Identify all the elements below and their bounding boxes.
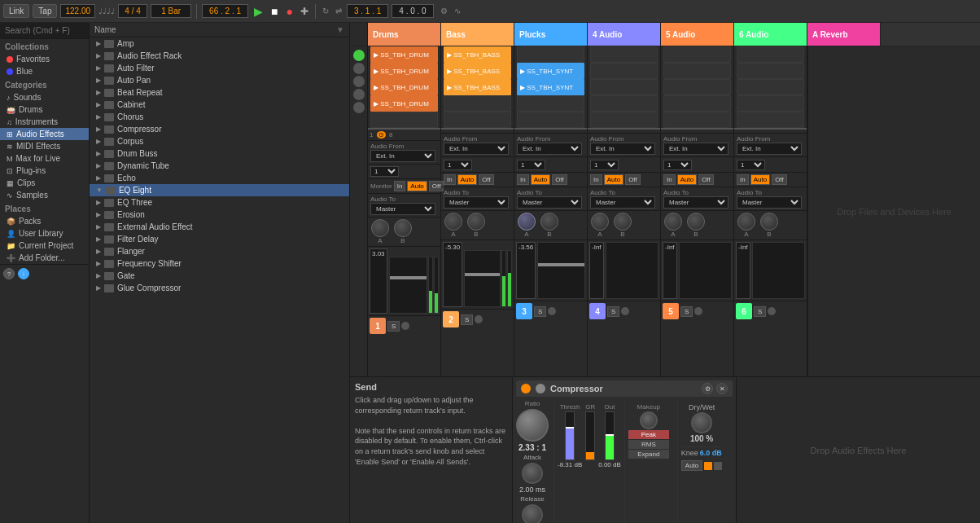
- expand-btn[interactable]: Expand: [628, 450, 669, 459]
- sa6-knob[interactable]: [737, 213, 755, 231]
- track-header-4audio[interactable]: 4 Audio: [588, 23, 661, 46]
- sb5-knob[interactable]: [687, 213, 705, 231]
- arm-btn[interactable]: [401, 322, 409, 330]
- scene-launch-5[interactable]: [353, 102, 365, 113]
- drywet-knob[interactable]: [691, 412, 712, 433]
- track-num-btn-4[interactable]: 4: [589, 303, 606, 319]
- play-button[interactable]: ▶: [252, 5, 265, 18]
- sidebar-item-midi-effects[interactable]: ≋ MIDI Effects: [0, 140, 89, 152]
- browser-item[interactable]: ▶ External Audio Effect: [90, 221, 349, 233]
- mon-off-4[interactable]: Off: [625, 174, 641, 185]
- empty-clip[interactable]: [517, 95, 584, 112]
- bpm-display[interactable]: 122.00: [60, 4, 95, 18]
- monitor-in-btn[interactable]: In: [394, 181, 406, 191]
- arm-5[interactable]: [694, 307, 702, 315]
- sidebar-item-samples[interactable]: ∿ Samples: [0, 189, 89, 201]
- clip-bass-3[interactable]: ▶ SS_TBH_BASS: [444, 79, 511, 95]
- fader5[interactable]: [679, 242, 732, 299]
- send-a-bass-knob[interactable]: [444, 213, 462, 231]
- track-num-btn-3[interactable]: 3: [516, 303, 532, 319]
- monitor-off-bass[interactable]: Off: [479, 174, 494, 185]
- clip-drums-3[interactable]: ▶ SS_TBH_DRUM: [370, 79, 438, 95]
- browser-item[interactable]: ▶ Audio Effect Rack: [90, 50, 349, 62]
- browser-item[interactable]: ▶ Compressor: [90, 123, 349, 135]
- mon-in-4[interactable]: In: [590, 174, 602, 185]
- ec5-1[interactable]: [663, 46, 731, 63]
- browser-item[interactable]: ▶ Auto Filter: [90, 62, 349, 74]
- empty-clip[interactable]: [517, 112, 584, 128]
- ch6-sel[interactable]: 1: [737, 160, 765, 170]
- fader4[interactable]: [606, 242, 658, 299]
- solo-6[interactable]: S: [754, 306, 766, 317]
- mon-auto-4[interactable]: Auto: [604, 174, 623, 185]
- browser-item[interactable]: ▶ Dynamic Tube: [90, 160, 349, 172]
- browser-item[interactable]: ▶ Chorus: [90, 111, 349, 123]
- empty-clip[interactable]: [444, 112, 511, 128]
- track-num-btn-2[interactable]: 2: [443, 311, 459, 327]
- ch5-sel[interactable]: 1: [663, 160, 692, 170]
- search-input[interactable]: [0, 23, 89, 39]
- ec5-4[interactable]: [663, 95, 731, 112]
- sidebar-item-sounds[interactable]: ♪ Sounds: [0, 91, 89, 103]
- mon-auto-6[interactable]: Auto: [750, 174, 770, 185]
- track-num-btn-5[interactable]: 5: [663, 303, 679, 319]
- scene-launch-4[interactable]: [353, 89, 365, 100]
- channel-select-input[interactable]: 1: [370, 166, 399, 177]
- clip-drums-2[interactable]: ▶ SS_TBH_DRUM: [370, 63, 438, 79]
- sb6-knob[interactable]: [760, 213, 778, 231]
- peak-btn[interactable]: Peak: [628, 430, 669, 439]
- send-a-plucks-knob[interactable]: [518, 213, 536, 231]
- stop-button[interactable]: ■: [269, 5, 280, 18]
- clip-drums-4[interactable]: ▶ SS_TBH_DRUM: [370, 95, 438, 112]
- fader-bass[interactable]: [464, 250, 501, 307]
- clip-bass-2[interactable]: ▶ SS_TBH_BASS: [444, 63, 511, 79]
- ec4-5[interactable]: [590, 112, 658, 128]
- browser-item[interactable]: ▶ Glue Compressor: [90, 282, 349, 294]
- comp-close-btn[interactable]: ✕: [716, 383, 728, 394]
- makeup-knob[interactable]: [640, 411, 658, 429]
- monitor-off-plucks[interactable]: Off: [552, 174, 567, 185]
- track-num-btn-6[interactable]: 6: [736, 303, 752, 319]
- solo-4[interactable]: S: [607, 306, 619, 317]
- scene-launch-2[interactable]: [353, 63, 365, 74]
- release-knob[interactable]: [522, 504, 543, 523]
- ch-plucks-sel[interactable]: 1: [517, 160, 545, 170]
- browser-item[interactable]: ▶ Cabinet: [90, 99, 349, 111]
- send-b-knob[interactable]: [394, 219, 412, 237]
- browser-item[interactable]: ▶ EQ Three: [90, 196, 349, 209]
- solo-plucks[interactable]: S: [534, 306, 546, 317]
- fader6[interactable]: [752, 242, 805, 299]
- at4-sel[interactable]: Master: [590, 196, 655, 209]
- out-slider[interactable]: [605, 411, 615, 460]
- thresh-slider[interactable]: [565, 411, 575, 460]
- ec6-2[interactable]: [737, 63, 804, 79]
- rms-btn[interactable]: RMS: [628, 440, 669, 449]
- monitor-auto-plucks[interactable]: Auto: [531, 174, 550, 185]
- comp-toggle-btn[interactable]: [536, 384, 545, 393]
- monitor-auto-bass[interactable]: Auto: [457, 174, 477, 185]
- ec5-3[interactable]: [663, 79, 731, 95]
- arm-6[interactable]: [768, 307, 776, 315]
- sidebar-item-user-library[interactable]: 👤 User Library: [0, 227, 89, 240]
- browser-item[interactable]: ▶ Corpus: [90, 135, 349, 147]
- add-icon[interactable]: ✚: [299, 6, 310, 17]
- ec5-5[interactable]: [663, 112, 731, 128]
- sidebar-item-packs[interactable]: 📦 Packs: [0, 215, 89, 227]
- track-header-6audio[interactable]: 6 Audio: [734, 23, 807, 46]
- solo-bass[interactable]: S: [461, 314, 473, 325]
- browser-item[interactable]: ▶ Amp: [90, 37, 349, 50]
- solo-5[interactable]: S: [680, 306, 693, 317]
- track-header-drums[interactable]: Drums: [368, 23, 441, 46]
- browser-item[interactable]: ▶ Flanger: [90, 245, 349, 257]
- loop-start[interactable]: 3 . 1 . 1: [347, 4, 388, 18]
- ch4-sel[interactable]: 1: [590, 160, 619, 170]
- empty-clip[interactable]: [444, 95, 511, 112]
- send-b-plucks-knob[interactable]: [540, 213, 558, 231]
- af-plucks-select[interactable]: Ext. In: [517, 143, 582, 155]
- ratio-knob[interactable]: [516, 409, 549, 442]
- loop-icon[interactable]: ↻: [321, 7, 330, 15]
- sidebar-item-clips[interactable]: ▦ Clips: [0, 177, 89, 189]
- at5-sel[interactable]: Master: [663, 196, 728, 209]
- monitor-in-plucks[interactable]: In: [517, 174, 529, 185]
- punch-icon[interactable]: ⇌: [334, 7, 343, 15]
